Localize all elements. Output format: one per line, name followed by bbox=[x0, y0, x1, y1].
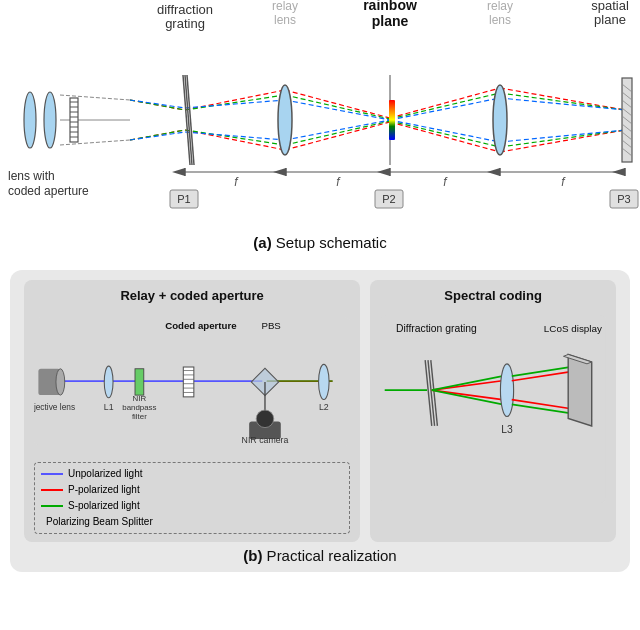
panel-right-title: Spectral coding bbox=[380, 288, 606, 303]
top-section: diffraction grating relay lens rainbow p… bbox=[0, 0, 640, 270]
caption-b-text: Practical realization bbox=[262, 547, 396, 564]
legend-s-polarized: S-polarized light bbox=[41, 498, 343, 514]
legend-unpolarized-text: Unpolarized light bbox=[68, 466, 143, 482]
svg-rect-46 bbox=[70, 98, 78, 142]
svg-text:lens: lens bbox=[489, 13, 511, 27]
svg-text:rainbow: rainbow bbox=[363, 0, 417, 13]
svg-point-61 bbox=[493, 85, 507, 155]
svg-text:lens: lens bbox=[274, 13, 296, 27]
main-container: diffraction grating relay lens rainbow p… bbox=[0, 0, 640, 630]
schematic-area: diffraction grating relay lens rainbow p… bbox=[0, 0, 640, 230]
svg-text:P3: P3 bbox=[617, 193, 630, 205]
legend-pbs-desc: Polarizing Beam Splitter bbox=[46, 514, 153, 530]
caption-b: (b) Practical realization bbox=[24, 542, 616, 564]
svg-point-120 bbox=[256, 410, 274, 428]
svg-text:plane: plane bbox=[594, 12, 626, 27]
svg-point-104 bbox=[104, 366, 113, 398]
svg-marker-141 bbox=[568, 354, 592, 426]
panel-left: Relay + coded aperture Coded aperture PB… bbox=[24, 280, 360, 542]
svg-text:PBS: PBS bbox=[261, 320, 280, 331]
svg-text:NIR: NIR bbox=[133, 394, 147, 403]
legend-p-polarized: P-polarized light bbox=[41, 482, 343, 498]
legend-pbs: Polarizing Beam Splitter bbox=[41, 514, 343, 530]
caption-a-text: Setup schematic bbox=[272, 234, 387, 251]
svg-text:plane: plane bbox=[372, 13, 409, 29]
svg-text:Diffraction grating: Diffraction grating bbox=[396, 323, 477, 334]
legend-box: Unpolarized light P-polarized light S-po… bbox=[34, 462, 350, 534]
svg-point-102 bbox=[56, 369, 65, 395]
caption-b-bold: (b) bbox=[243, 547, 262, 564]
legend-s-text: S-polarized light bbox=[68, 498, 140, 514]
svg-text:lens with: lens with bbox=[8, 169, 55, 183]
panel-left-title: Relay + coded aperture bbox=[34, 288, 350, 303]
svg-text:L1: L1 bbox=[104, 402, 114, 412]
legend-p-line bbox=[41, 489, 63, 491]
svg-point-122 bbox=[319, 364, 330, 399]
caption-a-bold: (a) bbox=[253, 234, 271, 251]
legend-unpolarized: Unpolarized light bbox=[41, 466, 343, 482]
svg-text:diffraction: diffraction bbox=[157, 2, 213, 17]
svg-text:Objective lens: Objective lens bbox=[34, 402, 75, 412]
bottom-section: Relay + coded aperture Coded aperture PB… bbox=[10, 270, 630, 572]
svg-text:Coded aperture: Coded aperture bbox=[165, 320, 237, 331]
svg-point-58 bbox=[278, 85, 292, 155]
svg-text:NIR camera: NIR camera bbox=[242, 435, 289, 445]
svg-point-44 bbox=[24, 92, 36, 148]
svg-rect-106 bbox=[135, 369, 144, 395]
svg-rect-60 bbox=[389, 100, 395, 140]
svg-text:relay: relay bbox=[272, 0, 298, 13]
svg-text:L2: L2 bbox=[319, 402, 329, 412]
svg-point-135 bbox=[501, 364, 514, 417]
svg-text:bandpass: bandpass bbox=[122, 403, 156, 412]
svg-text:P2: P2 bbox=[382, 193, 395, 205]
svg-point-45 bbox=[44, 92, 56, 148]
svg-rect-0 bbox=[0, 0, 640, 230]
svg-text:filter: filter bbox=[132, 412, 147, 421]
svg-text:coded aperture: coded aperture bbox=[8, 184, 89, 198]
bottom-inner: Relay + coded aperture Coded aperture PB… bbox=[24, 280, 616, 542]
legend-unpolarized-line bbox=[41, 473, 63, 475]
legend-s-line bbox=[41, 505, 63, 507]
svg-text:P1: P1 bbox=[177, 193, 190, 205]
panel-right: Spectral coding Diffraction grating LCoS… bbox=[370, 280, 616, 542]
caption-a: (a) Setup schematic bbox=[0, 230, 640, 253]
svg-text:grating: grating bbox=[165, 16, 205, 31]
svg-text:LCoS display: LCoS display bbox=[544, 323, 602, 334]
svg-text:relay: relay bbox=[487, 0, 513, 13]
legend-p-text: P-polarized light bbox=[68, 482, 140, 498]
svg-text:L3: L3 bbox=[501, 424, 513, 435]
